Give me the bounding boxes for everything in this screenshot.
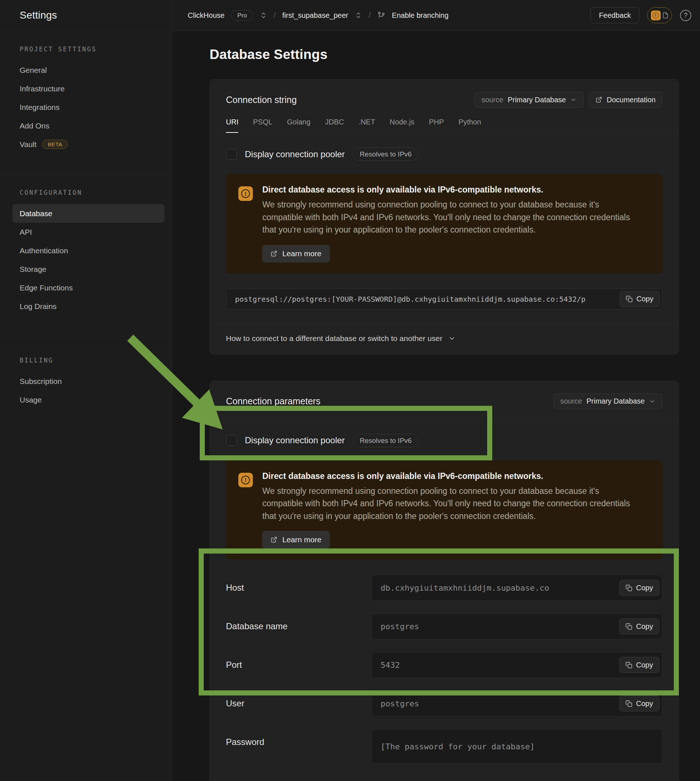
sidebar-section-project-settings: PROJECT SETTINGS General Infrastructure … (0, 31, 172, 174)
section-title-configuration: CONFIGURATION (20, 189, 163, 196)
sidebar-header: Settings (0, 0, 172, 31)
display-connection-pooler-checkbox[interactable] (226, 435, 237, 446)
tab-python[interactable]: Python (458, 118, 481, 133)
feedback-button[interactable]: Feedback (590, 7, 639, 23)
ipv6-badge: Resolves to IPv6 (353, 147, 419, 161)
database-name-label: Database name (226, 613, 372, 639)
tab-jdbc[interactable]: JDBC (325, 118, 344, 133)
ipv6-warning-callout: ! Direct database access is only availab… (226, 174, 663, 273)
main-content: Database Settings Connection string sour… (172, 31, 700, 781)
alert-icon: ! (238, 473, 253, 487)
port-field[interactable]: 5432 Copy (372, 652, 663, 678)
pooler-label: Display connection pooler (245, 149, 345, 159)
connection-parameter-fields: Host db.cxhygiuitamxhniiddjm.supabase.co… (226, 575, 663, 781)
connection-parameters-panel: Connection parameters source Primary Dat… (210, 380, 679, 781)
copy-icon (625, 584, 632, 591)
ipv6-warning-callout: ! Direct database access is only availab… (226, 461, 663, 560)
git-branch-icon (377, 11, 385, 19)
password-label: Password (226, 729, 372, 764)
warning-title: Direct database access is only available… (262, 471, 637, 481)
sidebar-item-authentication[interactable]: Authentication (12, 241, 163, 260)
warning-title: Direct database access is only available… (262, 185, 637, 195)
tab-nodejs[interactable]: Node.js (390, 118, 414, 133)
copy-host-button[interactable]: Copy (619, 580, 659, 596)
alert-icon: ! (238, 186, 253, 201)
breadcrumb: ClickHouse Pro / first_supabase_peer / E… (188, 10, 448, 21)
port-row: Port 5432 Copy (226, 652, 663, 678)
beta-badge: BETA (42, 140, 68, 149)
copy-uri-button[interactable]: Copy (620, 291, 660, 307)
sidebar-item-usage[interactable]: Usage (12, 390, 163, 409)
connection-string-tabs: URI PSQL Golang JDBC .NET Node.js PHP Py… (210, 118, 678, 133)
connection-string-header: Connection string source Primary Databas… (210, 79, 678, 108)
source-select[interactable]: source Primary Database (475, 92, 583, 108)
tab-uri[interactable]: URI (226, 118, 238, 133)
user-label: User (226, 690, 372, 717)
app-window: Settings PROJECT SETTINGS General Infras… (0, 0, 700, 781)
copy-icon (625, 700, 632, 707)
display-connection-pooler-checkbox[interactable] (226, 149, 237, 160)
password-field[interactable]: [The password for your database] (372, 729, 663, 764)
copy-database-name-button[interactable]: Copy (619, 618, 659, 634)
copy-icon (625, 623, 632, 630)
connection-string-actions: source Primary Database Documentation (475, 92, 663, 108)
breadcrumb-org[interactable]: ClickHouse (188, 11, 225, 20)
sidebar-item-database[interactable]: Database (12, 204, 165, 223)
section-title-project-settings: PROJECT SETTINGS (20, 45, 163, 53)
sidebar-section-billing: BILLING Subscription Usage (0, 336, 172, 429)
sidebar-item-add-ons[interactable]: Add Ons (12, 117, 163, 135)
connection-uri-row: postgresql://postgres:[YOUR-PASSWORD]@db… (226, 289, 663, 310)
connection-string-footer[interactable]: How to connect to a different database o… (210, 323, 678, 354)
help-icon[interactable]: ? (680, 10, 691, 21)
copy-user-button[interactable]: Copy (619, 696, 659, 711)
enable-branching-button[interactable]: Enable branching (392, 11, 448, 20)
project-selector-icon[interactable] (355, 12, 362, 19)
chevron-down-icon (649, 398, 656, 405)
user-field[interactable]: postgres Copy (372, 690, 663, 717)
warning-body: We strongly recommend using connection p… (262, 199, 637, 236)
page-title: Settings (20, 10, 57, 21)
sidebar-item-edge-functions[interactable]: Edge Functions (12, 279, 163, 297)
pooler-label: Display connection pooler (245, 435, 345, 446)
header-actions: Feedback ! ? (590, 7, 691, 23)
sidebar-item-integrations[interactable]: Integrations (12, 98, 163, 117)
database-name-row: Database name postgres Copy (226, 613, 663, 639)
host-label: Host (226, 575, 372, 601)
breadcrumb-project[interactable]: first_supabase_peer (282, 11, 348, 20)
pooler-row: Display connection pooler Resolves to IP… (226, 147, 663, 161)
source-select[interactable]: source Primary Database (553, 394, 663, 409)
tab-psql[interactable]: PSQL (253, 118, 272, 133)
warning-body: We strongly recommend using connection p… (262, 485, 637, 522)
database-name-field[interactable]: postgres Copy (372, 613, 663, 639)
sidebar-item-infrastructure[interactable]: Infrastructure (12, 79, 163, 98)
tab-dotnet[interactable]: .NET (359, 118, 375, 133)
tab-golang[interactable]: Golang (287, 118, 311, 133)
user-row: User postgres Copy (226, 690, 663, 717)
warning-icon: ! (651, 10, 661, 20)
org-notification-badge[interactable]: ! (647, 7, 672, 23)
external-link-icon (271, 536, 277, 543)
plan-badge: Pro (231, 10, 253, 21)
chevron-down-icon (448, 335, 455, 342)
sidebar-item-subscription[interactable]: Subscription (12, 372, 163, 390)
copy-icon (626, 295, 633, 302)
documentation-button[interactable]: Documentation (589, 92, 663, 108)
learn-more-button[interactable]: Learn more (262, 531, 330, 549)
connection-uri-field[interactable]: postgresql://postgres:[YOUR-PASSWORD]@db… (226, 289, 663, 310)
chevron-down-icon (570, 97, 577, 103)
host-field[interactable]: db.cxhygiuitamxhniiddjm.supabase.co Copy (372, 575, 663, 601)
sidebar-item-log-drains[interactable]: Log Drains (12, 297, 163, 315)
top-header: ClickHouse Pro / first_supabase_peer / E… (172, 0, 700, 31)
host-row: Host db.cxhygiuitamxhniiddjm.supabase.co… (226, 575, 663, 601)
sidebar-item-general[interactable]: General (12, 61, 163, 79)
org-selector-icon[interactable] (260, 12, 267, 19)
sidebar-item-vault[interactable]: Vault BETA (12, 135, 163, 154)
sidebar-item-storage[interactable]: Storage (12, 260, 163, 279)
copy-port-button[interactable]: Copy (619, 657, 659, 673)
connection-parameters-header: Connection parameters source Primary Dat… (210, 381, 678, 421)
learn-more-button[interactable]: Learn more (262, 245, 330, 262)
section-title-billing: BILLING (20, 357, 163, 364)
tab-php[interactable]: PHP (429, 118, 444, 133)
password-row: Password [The password for your database… (226, 729, 663, 764)
sidebar-item-api[interactable]: API (12, 223, 163, 241)
